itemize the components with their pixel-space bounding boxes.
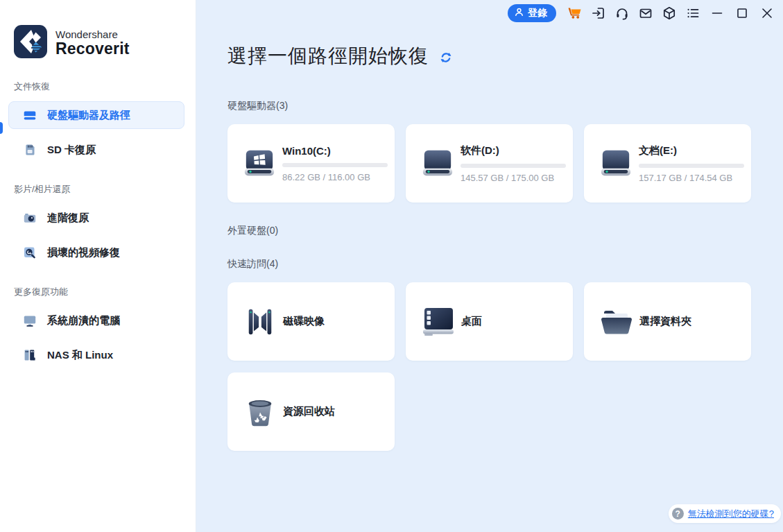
nav-section-file-recovery: 文件恢復 硬盤驅動器及路徑 — [0, 80, 196, 164]
folder-icon — [600, 306, 633, 338]
page-title: 選擇一個路徑開始恢復 — [227, 43, 429, 69]
sidebar-item-label: 損壞的視頻修復 — [47, 246, 120, 259]
quick-card-select-folder[interactable]: 選擇資料夾 — [584, 282, 751, 361]
brand-logo: Wondershare Recoverit — [0, 25, 196, 61]
external-drives-section-label: 外置硬盤(0) — [227, 225, 783, 237]
sidebar: Wondershare Recoverit 文件恢復 硬盤驅動器及路徑 — [0, 0, 196, 532]
quick-card-desktop[interactable]: 桌面 — [406, 282, 573, 361]
sidebar-item-crashed-computer[interactable]: 系統崩潰的電腦 — [8, 307, 184, 334]
sidebar-item-enhanced-recovery[interactable]: 進階復原 — [8, 204, 184, 232]
quick-card-label: 磁碟映像 — [283, 315, 325, 328]
hard-drives-section-label: 硬盤驅動器(3) — [227, 100, 783, 112]
drive-card-software-d[interactable]: 软件(D:) 145.57 GB / 175.00 GB — [406, 124, 573, 203]
nav-section-label: 影片/相片還原 — [0, 183, 196, 196]
desktop-icon — [422, 306, 455, 338]
nav-section-label: 更多復原功能 — [0, 286, 196, 298]
drive-usage-bar — [461, 164, 566, 168]
sidebar-item-sd-card-recovery[interactable]: SD 卡復原 — [8, 136, 184, 164]
hard-drive-windows-icon — [243, 148, 275, 179]
disk-image-icon — [243, 306, 277, 338]
question-mark-icon: ? — [672, 508, 684, 520]
package-icon[interactable] — [662, 6, 677, 21]
signin-icon[interactable] — [591, 6, 606, 21]
drive-usage-text: 86.22 GB / 116.00 GB — [282, 172, 388, 182]
video-repair-icon — [23, 246, 37, 259]
quick-card-recycle-bin[interactable]: 資源回收站 — [227, 372, 395, 451]
cart-icon[interactable] — [567, 6, 583, 21]
cannot-detect-drive-help[interactable]: ? 無法檢測到您的硬碟? — [669, 504, 781, 523]
headset-icon[interactable] — [614, 6, 630, 21]
recycle-bin-icon — [243, 396, 277, 428]
login-label: 登錄 — [528, 7, 547, 19]
drive-usage-bar — [282, 163, 388, 167]
main-area: 登錄 — [196, 0, 783, 532]
nav-section-photo-video: 影片/相片還原 進階復原 — [0, 183, 196, 266]
drive-name: 软件(D:) — [461, 144, 566, 157]
quick-card-label: 桌面 — [461, 315, 482, 328]
hard-drive-3d-icon — [600, 148, 632, 179]
sidebar-item-corrupted-video-repair[interactable]: 損壞的視頻修復 — [8, 239, 184, 266]
quick-card-disk-image[interactable]: 磁碟映像 — [227, 282, 395, 361]
quick-access-row-1: 磁碟映像 — [227, 282, 783, 361]
recoverit-logo-icon — [14, 25, 47, 61]
drive-card-documents-e[interactable]: 文档(E:) 157.17 GB / 174.54 GB — [584, 124, 751, 203]
person-icon — [514, 7, 524, 19]
content: 選擇一個路徑開始恢復 硬盤驅動器(3) — [196, 0, 783, 451]
recoverit-window: Wondershare Recoverit 文件恢復 硬盤驅動器及路徑 — [0, 0, 783, 532]
nav-section-more-recovery: 更多復原功能 系統崩潰的電腦 — [0, 286, 196, 369]
brand-wondershare: Wondershare — [55, 29, 130, 40]
close-icon[interactable] — [759, 6, 775, 21]
sidebar-item-label: 系統崩潰的電腦 — [47, 314, 120, 327]
drive-name: Win10(C:) — [282, 145, 388, 157]
quick-card-label: 選擇資料夾 — [639, 315, 691, 328]
nas-icon — [23, 348, 37, 362]
camera-icon — [23, 211, 37, 225]
sidebar-item-label: NAS 和 Linux — [47, 349, 113, 362]
active-item-edge-indicator — [0, 122, 3, 134]
mail-icon[interactable] — [638, 6, 653, 21]
hard-drive-3d-icon — [422, 148, 454, 179]
brand-recoverit: Recoverit — [55, 40, 130, 57]
computer-icon — [23, 314, 37, 327]
sidebar-item-hard-drives-and-paths[interactable]: 硬盤驅動器及路徑 — [8, 101, 184, 129]
menu-list-icon[interactable] — [685, 6, 700, 21]
quick-access-section-label: 快速訪問(4) — [227, 258, 783, 271]
maximize-icon[interactable] — [734, 6, 750, 21]
sidebar-item-label: SD 卡復原 — [47, 144, 96, 157]
hard-drives-row: Win10(C:) 86.22 GB / 116.00 GB — [227, 124, 783, 203]
drive-usage-text: 145.57 GB / 175.00 GB — [461, 173, 566, 183]
drive-usage-bar — [639, 164, 744, 168]
sd-card-icon — [23, 143, 37, 157]
sidebar-item-label: 進階復原 — [47, 212, 89, 225]
drive-name: 文档(E:) — [639, 144, 744, 157]
sidebar-item-label: 硬盤驅動器及路徑 — [47, 109, 130, 122]
drive-card-win10-c[interactable]: Win10(C:) 86.22 GB / 116.00 GB — [227, 124, 395, 203]
quick-access-row-2: 資源回收站 — [227, 372, 783, 451]
hard-drive-icon — [23, 108, 37, 122]
minimize-icon[interactable] — [709, 6, 725, 21]
refresh-icon[interactable] — [439, 51, 453, 65]
nav-section-label: 文件恢復 — [0, 80, 196, 93]
drive-usage-text: 157.17 GB / 174.54 GB — [639, 173, 744, 183]
login-button[interactable]: 登錄 — [508, 4, 556, 22]
topbar: 登錄 — [508, 0, 783, 26]
sidebar-item-nas-linux[interactable]: NAS 和 Linux — [8, 341, 184, 369]
help-link-text: 無法檢測到您的硬碟? — [688, 508, 774, 520]
quick-card-label: 資源回收站 — [283, 405, 335, 418]
